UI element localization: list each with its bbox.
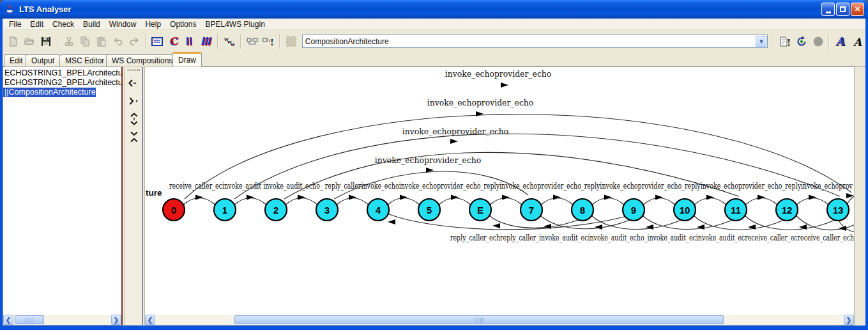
shrink-vertical-button[interactable] (125, 129, 141, 145)
list-item-selected[interactable]: ||CompositionArchitecture (3, 88, 96, 97)
expand-horizontal-button[interactable] (125, 75, 141, 91)
state-label: 4 (376, 205, 381, 216)
state-label: 5 (427, 205, 432, 216)
graph-disabled-icon (285, 35, 298, 48)
target-combobox-value: CompositionArchitecture (303, 37, 756, 46)
forward-transition-labels: receive_caller_ecinvoke_audit invoke_aud… (169, 181, 853, 191)
menu-file[interactable]: File (4, 19, 26, 29)
redo-button[interactable] (127, 33, 142, 49)
close-icon: ✕ (855, 5, 860, 13)
toolbar-separator (145, 34, 146, 49)
structure-diagram-button[interactable] (245, 33, 260, 49)
toolbar-drag-handle[interactable] (127, 69, 140, 71)
close-button[interactable]: ✕ (851, 3, 864, 16)
maximize-button[interactable] (836, 3, 849, 16)
svg-text:!: ! (270, 38, 274, 47)
draw-horizontal-scrollbar[interactable]: ❮ ❯ (145, 315, 854, 325)
compile-icon: CC (167, 35, 180, 48)
list-item[interactable]: ECHOSTRING1_BPELArchitectur (3, 68, 121, 78)
scroll-left-arrow[interactable]: ❮ (3, 315, 13, 325)
font-decrease-button[interactable]: A (849, 33, 865, 49)
parse-button[interactable]: ! (777, 33, 793, 49)
minimise-icon (199, 35, 213, 48)
save-button[interactable] (38, 33, 54, 49)
scroll-left-arrow[interactable]: ❮ (145, 315, 155, 325)
backward-transition-labels: reply_caller_echreply_caller_invoke_audi… (450, 233, 854, 242)
menu-options[interactable]: Options (165, 19, 201, 29)
tab-draw[interactable]: Draw (172, 52, 202, 67)
scroll-right-arrow[interactable]: ❯ (844, 315, 854, 325)
title-bar[interactable]: LTS Analyser ✕ (0, 0, 868, 19)
process-list-panel: ECHOSTRING1_BPELArchitectur ECHOSTRING2_… (3, 67, 123, 326)
app-window: LTS Analyser ✕ File Edit Check Build Win… (0, 0, 868, 330)
font-increase-button[interactable]: AA (833, 33, 848, 49)
recompile-button[interactable] (794, 33, 809, 49)
lts-draw-canvas[interactable]: ture invoke_echoprovider_echo invoke_ech… (144, 67, 855, 326)
menu-bar: File Edit Check Build Window Help Option… (3, 19, 865, 30)
svg-text:w: w (230, 41, 236, 47)
copy-button[interactable] (78, 33, 93, 49)
svg-text:C: C (171, 35, 179, 47)
target-combobox[interactable]: CompositionArchitecture ▼ (302, 35, 768, 48)
recompile-icon (795, 35, 808, 48)
new-button[interactable] (6, 33, 21, 49)
tab-msc-editor[interactable]: MSC Editor (59, 54, 110, 67)
draw-zoom-toolbar (124, 67, 143, 326)
minimise-button[interactable] (199, 33, 214, 49)
state-label: 10 (680, 205, 690, 216)
open-button[interactable] (22, 33, 38, 49)
state-label: 8 (580, 205, 585, 216)
structure-check-button[interactable]: ! (261, 33, 277, 49)
structure-diagram-icon (246, 36, 259, 47)
menu-check[interactable]: Check (48, 19, 79, 29)
expand-vertical-button[interactable] (125, 111, 141, 127)
svg-text:A: A (853, 35, 862, 48)
menu-edit[interactable]: Edit (26, 19, 48, 29)
stop-button[interactable] (811, 33, 826, 49)
minimize-button[interactable] (821, 3, 835, 16)
tab-edit[interactable]: Edit (4, 54, 29, 67)
ws-animator-button[interactable]: www (222, 33, 237, 49)
main-toolbar: CC www ! CompositionA (3, 31, 865, 52)
compile-button[interactable]: CC (166, 33, 181, 49)
menu-bpel4ws-plugin[interactable]: BPEL4WS Plugin (201, 19, 269, 29)
toolbar-separator (279, 34, 280, 49)
parallel-compose-button[interactable] (183, 33, 198, 49)
tab-label: Draw (178, 56, 196, 65)
menu-build[interactable]: Build (79, 19, 105, 29)
loop-transition-label: invoke_echoprovider_echo (445, 69, 552, 79)
loop-transition-label: invoke_echoprovider_echo (402, 127, 509, 136)
thumb-grip (25, 318, 34, 323)
maximize-icon (840, 6, 846, 12)
menu-help[interactable]: Help (141, 19, 165, 29)
scroll-right-arrow[interactable]: ❯ (111, 315, 121, 325)
window-title: LTS Analyser (19, 4, 72, 14)
combobox-dropdown-button[interactable]: ▼ (756, 36, 766, 47)
alphabet-window-button[interactable] (149, 33, 165, 49)
cut-icon (63, 36, 75, 47)
app-body: File Edit Check Build Window Help Option… (3, 19, 865, 326)
stop-icon (812, 35, 825, 48)
alphabet-window-icon (151, 36, 164, 47)
shrink-horizontal-button[interactable] (125, 93, 141, 109)
save-icon (40, 36, 52, 47)
shrink-horizontal-icon (128, 95, 137, 107)
java-app-icon (4, 4, 15, 15)
chevron-right-icon: ❯ (846, 317, 851, 324)
shrink-vertical-icon (128, 130, 137, 143)
menu-window[interactable]: Window (105, 19, 141, 29)
undo-button[interactable] (110, 33, 126, 49)
cut-button[interactable] (61, 33, 77, 49)
tab-ws-compositions[interactable]: WS Compositions (106, 54, 178, 67)
paste-button[interactable] (94, 33, 109, 49)
scroll-thumb[interactable] (234, 315, 724, 324)
parse-icon: ! (779, 36, 791, 47)
state-label: 9 (631, 205, 636, 216)
new-document-icon (8, 36, 19, 47)
list-horizontal-scrollbar[interactable]: ❮ ❯ (3, 315, 121, 325)
graph-button[interactable] (284, 33, 299, 49)
list-item[interactable]: ECHOSTRING2_BPELArchitectur (3, 78, 121, 88)
toolbar-separator (217, 34, 218, 49)
tab-output[interactable]: Output (26, 54, 60, 67)
scroll-thumb[interactable] (15, 315, 44, 324)
